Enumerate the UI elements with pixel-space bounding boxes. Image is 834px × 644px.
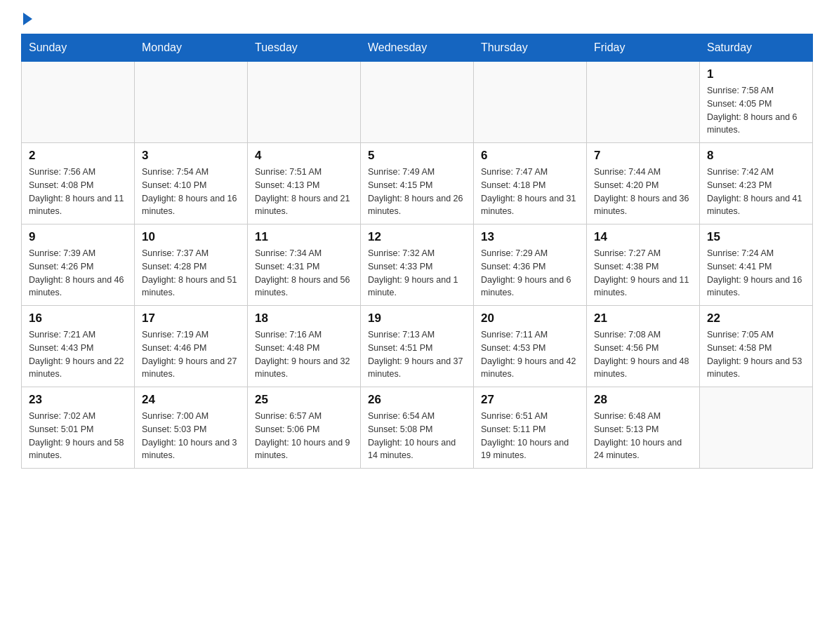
day-number: 25	[255, 393, 353, 407]
header-sunday: Sunday	[22, 34, 135, 62]
day-info: Sunrise: 6:57 AMSunset: 5:06 PMDaylight:…	[255, 410, 353, 462]
day-info: Sunrise: 7:42 AMSunset: 4:23 PMDaylight:…	[707, 166, 805, 218]
table-row	[700, 387, 813, 469]
logo-arrow-icon	[23, 13, 32, 25]
table-row	[474, 62, 587, 143]
logo	[21, 14, 34, 27]
day-info: Sunrise: 7:47 AMSunset: 4:18 PMDaylight:…	[481, 166, 579, 218]
table-row: 12Sunrise: 7:32 AMSunset: 4:33 PMDayligh…	[361, 224, 474, 306]
table-row: 14Sunrise: 7:27 AMSunset: 4:38 PMDayligh…	[587, 224, 700, 306]
table-row	[361, 62, 474, 143]
day-info: Sunrise: 7:00 AMSunset: 5:03 PMDaylight:…	[142, 410, 240, 462]
calendar-header-row: Sunday Monday Tuesday Wednesday Thursday…	[22, 34, 813, 62]
day-number: 2	[29, 149, 127, 163]
header-tuesday: Tuesday	[248, 34, 361, 62]
day-info: Sunrise: 7:37 AMSunset: 4:28 PMDaylight:…	[142, 247, 240, 300]
header-wednesday: Wednesday	[361, 34, 474, 62]
table-row	[587, 62, 700, 143]
day-number: 23	[29, 393, 127, 407]
table-row: 17Sunrise: 7:19 AMSunset: 4:46 PMDayligh…	[135, 306, 248, 387]
day-info: Sunrise: 7:24 AMSunset: 4:41 PMDaylight:…	[707, 247, 805, 300]
table-row: 3Sunrise: 7:54 AMSunset: 4:10 PMDaylight…	[135, 143, 248, 224]
day-info: Sunrise: 6:51 AMSunset: 5:11 PMDaylight:…	[481, 410, 579, 462]
day-number: 1	[707, 67, 805, 81]
day-number: 17	[142, 311, 240, 326]
day-info: Sunrise: 7:21 AMSunset: 4:43 PMDaylight:…	[29, 328, 127, 381]
table-row: 5Sunrise: 7:49 AMSunset: 4:15 PMDaylight…	[361, 143, 474, 224]
day-info: Sunrise: 7:58 AMSunset: 4:05 PMDaylight:…	[707, 84, 805, 137]
day-info: Sunrise: 7:05 AMSunset: 4:58 PMDaylight:…	[707, 328, 805, 381]
calendar-week-3: 9Sunrise: 7:39 AMSunset: 4:26 PMDaylight…	[22, 224, 813, 306]
day-info: Sunrise: 7:02 AMSunset: 5:01 PMDaylight:…	[29, 410, 127, 462]
day-info: Sunrise: 7:44 AMSunset: 4:20 PMDaylight:…	[594, 166, 692, 218]
day-info: Sunrise: 7:13 AMSunset: 4:51 PMDaylight:…	[368, 328, 466, 381]
day-number: 16	[29, 311, 127, 326]
day-number: 26	[368, 393, 466, 407]
day-number: 21	[594, 311, 692, 326]
calendar-table: Sunday Monday Tuesday Wednesday Thursday…	[21, 34, 813, 469]
table-row: 1Sunrise: 7:58 AMSunset: 4:05 PMDaylight…	[700, 62, 813, 143]
calendar-week-4: 16Sunrise: 7:21 AMSunset: 4:43 PMDayligh…	[22, 306, 813, 387]
day-number: 28	[594, 393, 692, 407]
day-number: 19	[368, 311, 466, 326]
table-row: 20Sunrise: 7:11 AMSunset: 4:53 PMDayligh…	[474, 306, 587, 387]
day-number: 24	[142, 393, 240, 407]
day-number: 27	[481, 393, 579, 407]
table-row: 8Sunrise: 7:42 AMSunset: 4:23 PMDaylight…	[700, 143, 813, 224]
day-number: 4	[255, 149, 353, 163]
header-monday: Monday	[135, 34, 248, 62]
day-number: 8	[707, 149, 805, 163]
table-row: 26Sunrise: 6:54 AMSunset: 5:08 PMDayligh…	[361, 387, 474, 469]
table-row: 18Sunrise: 7:16 AMSunset: 4:48 PMDayligh…	[248, 306, 361, 387]
day-number: 14	[594, 230, 692, 244]
day-info: Sunrise: 7:51 AMSunset: 4:13 PMDaylight:…	[255, 166, 353, 218]
table-row: 2Sunrise: 7:56 AMSunset: 4:08 PMDaylight…	[22, 143, 135, 224]
table-row: 28Sunrise: 6:48 AMSunset: 5:13 PMDayligh…	[587, 387, 700, 469]
table-row: 23Sunrise: 7:02 AMSunset: 5:01 PMDayligh…	[22, 387, 135, 469]
table-row: 22Sunrise: 7:05 AMSunset: 4:58 PMDayligh…	[700, 306, 813, 387]
day-number: 6	[481, 149, 579, 163]
day-number: 20	[481, 311, 579, 326]
table-row: 9Sunrise: 7:39 AMSunset: 4:26 PMDaylight…	[22, 224, 135, 306]
table-row: 15Sunrise: 7:24 AMSunset: 4:41 PMDayligh…	[700, 224, 813, 306]
day-info: Sunrise: 7:49 AMSunset: 4:15 PMDaylight:…	[368, 166, 466, 218]
day-number: 10	[142, 230, 240, 244]
calendar-week-1: 1Sunrise: 7:58 AMSunset: 4:05 PMDaylight…	[22, 62, 813, 143]
page-header	[21, 14, 813, 27]
day-info: Sunrise: 7:19 AMSunset: 4:46 PMDaylight:…	[142, 328, 240, 381]
day-info: Sunrise: 6:48 AMSunset: 5:13 PMDaylight:…	[594, 410, 692, 462]
day-info: Sunrise: 7:54 AMSunset: 4:10 PMDaylight:…	[142, 166, 240, 218]
calendar-week-2: 2Sunrise: 7:56 AMSunset: 4:08 PMDaylight…	[22, 143, 813, 224]
table-row: 7Sunrise: 7:44 AMSunset: 4:20 PMDaylight…	[587, 143, 700, 224]
day-info: Sunrise: 7:29 AMSunset: 4:36 PMDaylight:…	[481, 247, 579, 300]
day-number: 9	[29, 230, 127, 244]
day-number: 22	[707, 311, 805, 326]
table-row: 21Sunrise: 7:08 AMSunset: 4:56 PMDayligh…	[587, 306, 700, 387]
day-info: Sunrise: 7:11 AMSunset: 4:53 PMDaylight:…	[481, 328, 579, 381]
day-info: Sunrise: 7:56 AMSunset: 4:08 PMDaylight:…	[29, 166, 127, 218]
table-row: 6Sunrise: 7:47 AMSunset: 4:18 PMDaylight…	[474, 143, 587, 224]
day-info: Sunrise: 7:16 AMSunset: 4:48 PMDaylight:…	[255, 328, 353, 381]
table-row: 11Sunrise: 7:34 AMSunset: 4:31 PMDayligh…	[248, 224, 361, 306]
table-row: 13Sunrise: 7:29 AMSunset: 4:36 PMDayligh…	[474, 224, 587, 306]
day-number: 13	[481, 230, 579, 244]
table-row: 4Sunrise: 7:51 AMSunset: 4:13 PMDaylight…	[248, 143, 361, 224]
day-number: 11	[255, 230, 353, 244]
header-saturday: Saturday	[700, 34, 813, 62]
header-thursday: Thursday	[474, 34, 587, 62]
day-info: Sunrise: 7:08 AMSunset: 4:56 PMDaylight:…	[594, 328, 692, 381]
day-number: 3	[142, 149, 240, 163]
calendar-week-5: 23Sunrise: 7:02 AMSunset: 5:01 PMDayligh…	[22, 387, 813, 469]
table-row	[22, 62, 135, 143]
day-number: 7	[594, 149, 692, 163]
day-number: 12	[368, 230, 466, 244]
table-row: 25Sunrise: 6:57 AMSunset: 5:06 PMDayligh…	[248, 387, 361, 469]
day-info: Sunrise: 7:39 AMSunset: 4:26 PMDaylight:…	[29, 247, 127, 300]
table-row: 19Sunrise: 7:13 AMSunset: 4:51 PMDayligh…	[361, 306, 474, 387]
day-info: Sunrise: 7:32 AMSunset: 4:33 PMDaylight:…	[368, 247, 466, 300]
table-row	[248, 62, 361, 143]
day-info: Sunrise: 7:27 AMSunset: 4:38 PMDaylight:…	[594, 247, 692, 300]
day-info: Sunrise: 7:34 AMSunset: 4:31 PMDaylight:…	[255, 247, 353, 300]
day-info: Sunrise: 6:54 AMSunset: 5:08 PMDaylight:…	[368, 410, 466, 462]
table-row: 10Sunrise: 7:37 AMSunset: 4:28 PMDayligh…	[135, 224, 248, 306]
